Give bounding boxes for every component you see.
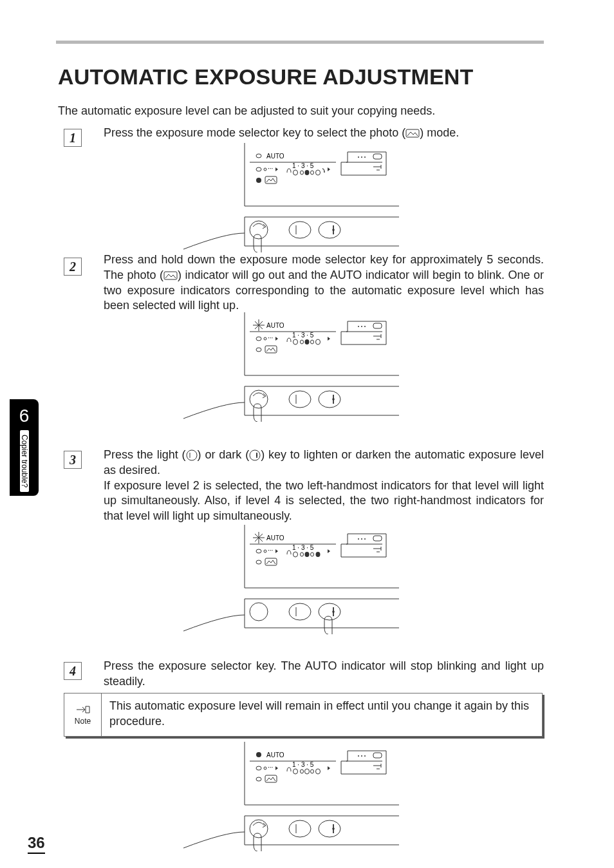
svg-text:···: ··· bbox=[268, 165, 273, 172]
svg-point-101 bbox=[319, 820, 340, 837]
svg-point-62 bbox=[305, 552, 310, 557]
svg-point-69 bbox=[361, 538, 362, 540]
step-2-number: 2 bbox=[64, 258, 82, 276]
text: If exposure level 2 is selected, the two… bbox=[104, 479, 544, 523]
svg-point-22 bbox=[364, 156, 366, 158]
svg-point-88 bbox=[311, 769, 314, 773]
svg-point-39 bbox=[311, 340, 314, 344]
svg-rect-0 bbox=[406, 129, 419, 137]
svg-point-58 bbox=[264, 550, 266, 552]
svg-rect-66 bbox=[265, 558, 277, 565]
svg-rect-42 bbox=[265, 346, 277, 353]
svg-point-4 bbox=[256, 455, 257, 456]
svg-point-75 bbox=[289, 603, 311, 620]
svg-rect-47 bbox=[373, 323, 382, 328]
svg-point-64 bbox=[316, 552, 321, 557]
svg-point-34 bbox=[264, 337, 266, 340]
step-4-text: Press the exposure selector key. The AUT… bbox=[104, 659, 544, 690]
svg-point-27 bbox=[289, 222, 311, 238]
tick-labels: 1 · 3 · 5 bbox=[292, 544, 314, 551]
svg-rect-18 bbox=[265, 176, 277, 184]
svg-point-100 bbox=[289, 820, 311, 837]
note-label: Note bbox=[75, 717, 91, 726]
svg-point-51 bbox=[289, 391, 311, 408]
svg-point-13 bbox=[301, 171, 304, 175]
tick-labels: 1 · 3 · 5 bbox=[292, 332, 314, 339]
svg-point-33 bbox=[256, 337, 261, 341]
svg-point-57 bbox=[256, 549, 261, 553]
svg-point-17 bbox=[256, 178, 261, 183]
svg-text:···: ··· bbox=[268, 764, 273, 771]
chapter-label: Copier trouble? bbox=[20, 430, 29, 492]
svg-point-65 bbox=[256, 560, 261, 564]
svg-point-44 bbox=[358, 326, 359, 327]
svg-point-46 bbox=[364, 326, 366, 327]
pointing-hand-icon bbox=[75, 704, 91, 715]
svg-point-3 bbox=[250, 450, 260, 460]
svg-point-7 bbox=[256, 154, 261, 158]
svg-point-87 bbox=[305, 769, 310, 774]
svg-point-12 bbox=[293, 170, 298, 175]
svg-point-60 bbox=[293, 552, 298, 557]
step-2-text: Press and hold down the exposure mode se… bbox=[104, 252, 544, 314]
svg-rect-96 bbox=[373, 753, 382, 758]
step-1-number: 1 bbox=[64, 129, 82, 147]
svg-point-40 bbox=[316, 339, 321, 344]
svg-point-37 bbox=[301, 340, 304, 344]
chapter-tab: 6 Copier trouble? bbox=[10, 399, 39, 496]
label-auto: AUTO bbox=[266, 751, 284, 759]
panel-diagram-4: AUTO ··· 1 · 3 · 5 bbox=[180, 742, 463, 854]
svg-point-102 bbox=[332, 827, 335, 830]
svg-rect-1 bbox=[164, 272, 177, 279]
svg-point-85 bbox=[293, 769, 298, 774]
svg-point-36 bbox=[293, 339, 298, 344]
svg-point-74 bbox=[250, 603, 268, 621]
text: Press the light ( bbox=[104, 448, 186, 461]
svg-point-21 bbox=[361, 156, 362, 158]
svg-point-10 bbox=[264, 168, 266, 171]
dark-key-icon bbox=[249, 449, 261, 461]
svg-point-9 bbox=[256, 167, 261, 171]
chapter-number: 6 bbox=[19, 406, 30, 426]
svg-point-2 bbox=[187, 450, 197, 460]
svg-text:···: ··· bbox=[268, 547, 273, 554]
text: Press the exposure mode selector key to … bbox=[104, 126, 405, 139]
svg-point-76 bbox=[319, 603, 340, 620]
svg-point-89 bbox=[316, 769, 321, 774]
svg-point-80 bbox=[256, 752, 261, 757]
page-title: AUTOMATIC EXPOSURE ADJUSTMENT bbox=[58, 64, 474, 90]
svg-point-28 bbox=[319, 222, 340, 238]
svg-point-83 bbox=[264, 767, 266, 769]
svg-point-41 bbox=[256, 348, 261, 352]
panel-diagram-1: AUTO ··· 1 · 3 · 5 bbox=[180, 143, 463, 255]
note-icon-col: Note bbox=[64, 693, 102, 736]
note-box: Note This automatic exposure level will … bbox=[64, 693, 543, 737]
label-auto: AUTO bbox=[266, 153, 284, 160]
svg-point-45 bbox=[361, 326, 362, 327]
svg-rect-23 bbox=[373, 154, 382, 159]
svg-point-29 bbox=[332, 229, 335, 231]
svg-point-86 bbox=[301, 769, 304, 773]
photo-icon bbox=[405, 128, 420, 138]
text: ) mode. bbox=[420, 126, 459, 139]
svg-point-90 bbox=[256, 777, 261, 781]
label-auto: AUTO bbox=[266, 322, 284, 329]
svg-point-15 bbox=[311, 171, 314, 175]
step-3-text: Press the light () or dark () key to lig… bbox=[104, 448, 544, 524]
svg-rect-71 bbox=[373, 536, 382, 541]
svg-point-16 bbox=[316, 170, 321, 175]
step-4-number: 4 bbox=[64, 662, 82, 680]
note-inner: Note This automatic exposure level will … bbox=[64, 693, 543, 737]
photo-icon bbox=[163, 270, 178, 281]
page-number: 36 bbox=[28, 834, 45, 854]
tick-labels: 1 · 3 · 5 bbox=[292, 761, 314, 768]
svg-point-77 bbox=[332, 610, 335, 613]
tick-labels: 1 · 3 · 5 bbox=[292, 162, 314, 169]
text: ) or dark ( bbox=[198, 448, 250, 461]
svg-point-93 bbox=[358, 755, 359, 757]
intro-text: The automatic exposure level can be adju… bbox=[58, 104, 435, 118]
panel-diagram-3: AUTO ··· 1 · 3 · 5 bbox=[180, 525, 463, 637]
svg-point-38 bbox=[305, 339, 310, 344]
panel-diagram-2: AUTO ··· 1 · 3 · 5 bbox=[180, 312, 463, 424]
step-1-text: Press the exposure mode selector key to … bbox=[104, 126, 543, 141]
